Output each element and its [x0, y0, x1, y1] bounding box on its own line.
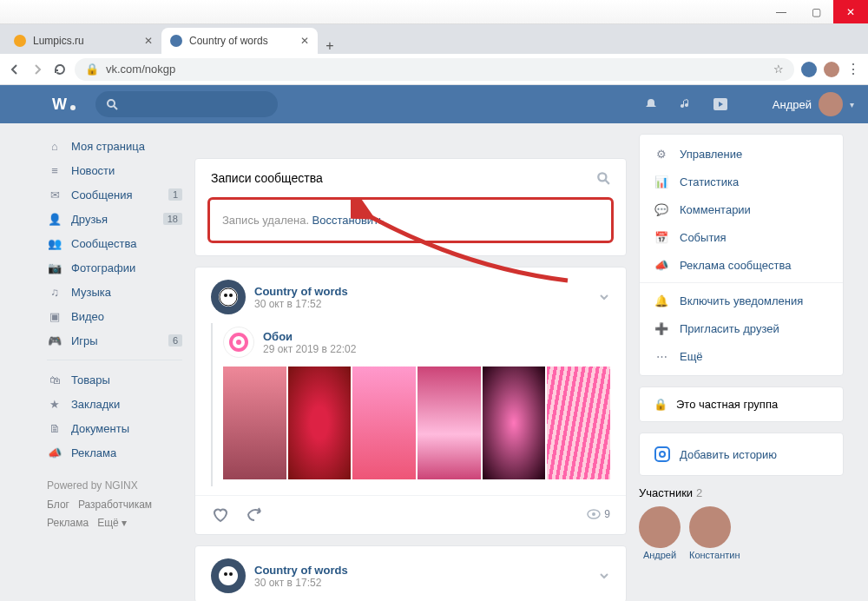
repost-block: Обои 29 окт 2019 в 22:02: [211, 323, 610, 486]
window-maximize[interactable]: ▢: [799, 0, 833, 23]
browser-menu-icon[interactable]: ⋮: [846, 61, 861, 77]
svg-point-17: [229, 572, 233, 576]
svg-point-19: [660, 452, 665, 457]
repost-author[interactable]: Обои: [263, 330, 356, 343]
nav-games[interactable]: 🎮Игры6: [47, 328, 182, 353]
wall-title: Записи сообщества: [211, 171, 323, 185]
menu-more[interactable]: ⋯Ещё: [640, 342, 843, 370]
menu-invite[interactable]: ➕Пригласить друзей: [640, 314, 843, 342]
nav-reload-icon[interactable]: [52, 62, 68, 77]
message-icon: ✉: [47, 188, 62, 201]
restore-link[interactable]: Восстановить: [312, 214, 385, 227]
tab-close-icon[interactable]: ✕: [144, 35, 153, 47]
bookmark-star-icon[interactable]: ☆: [773, 63, 784, 76]
gallery-image[interactable]: [483, 367, 546, 479]
member-avatar[interactable]: [689, 506, 731, 548]
menu-community-ads[interactable]: 📣Реклама сообщества: [640, 251, 843, 279]
footer-ads[interactable]: Реклама: [47, 517, 89, 529]
share-button[interactable]: [246, 505, 265, 524]
post-author[interactable]: Country of words: [254, 285, 348, 298]
nav-my-page[interactable]: ⌂Моя страница: [47, 134, 182, 158]
nav-video[interactable]: ▣Видео: [47, 304, 182, 328]
gallery-image[interactable]: [418, 367, 481, 479]
window-close[interactable]: ✕: [833, 0, 868, 23]
deleted-post-notice: Запись удалена. Восстановить: [207, 197, 614, 243]
svg-point-1: [70, 105, 76, 110]
url-text: vk.com/nokgp: [106, 63, 175, 76]
post-more-icon[interactable]: [598, 291, 610, 303]
nav-communities[interactable]: 👥Сообщества: [47, 231, 182, 255]
menu-comments[interactable]: 💬Комментарии: [640, 195, 843, 223]
friend-icon: 👤: [47, 213, 62, 226]
address-bar[interactable]: 🔒 vk.com/nokgp ☆: [75, 58, 794, 81]
post-card: Country of words 30 окт в 17:52: [194, 545, 627, 601]
repost-avatar[interactable]: [223, 327, 254, 358]
nav-back-icon[interactable]: [7, 62, 23, 77]
megaphone-icon: 📣: [654, 259, 669, 272]
nav-ads[interactable]: 📣Реклама: [47, 440, 182, 465]
member-avatar[interactable]: [639, 506, 681, 548]
extension-icon[interactable]: [801, 62, 817, 77]
member-name[interactable]: Константин: [689, 550, 740, 560]
nav-bookmarks[interactable]: ★Закладки: [47, 392, 182, 416]
nav-music[interactable]: ♫Музыка: [47, 280, 182, 304]
music-icon[interactable]: [675, 97, 696, 111]
notifications-icon[interactable]: [641, 97, 661, 111]
gallery-image[interactable]: [547, 367, 610, 479]
feed-icon: ≡: [47, 164, 62, 177]
menu-stats[interactable]: 📊Статистика: [640, 168, 843, 195]
user-avatar: [819, 92, 843, 116]
tab-close-icon[interactable]: ✕: [300, 35, 309, 47]
star-icon: ★: [47, 398, 62, 411]
group-icon: 👥: [47, 237, 62, 250]
wall-card: Записи сообщества Запись удалена. Восста…: [194, 158, 627, 256]
wall-column: Записи сообщества Запись удалена. Восста…: [194, 134, 627, 601]
nav-market[interactable]: 🛍Товары: [47, 367, 182, 392]
wall-search-icon[interactable]: [596, 171, 610, 185]
vk-user-menu[interactable]: Андрей ▾: [773, 92, 854, 116]
gallery-image[interactable]: [288, 367, 352, 479]
nav-docs[interactable]: 🗎Документы: [47, 416, 182, 440]
community-avatar[interactable]: [211, 280, 246, 314]
post-actions: 9: [195, 495, 626, 534]
badge-count: 18: [163, 213, 182, 225]
video-play-icon[interactable]: [710, 97, 731, 111]
post-more-icon[interactable]: [598, 570, 610, 582]
menu-notify[interactable]: 🔔Включить уведомления: [640, 287, 843, 314]
svg-point-7: [219, 287, 238, 307]
nav-friends[interactable]: 👤Друзья18: [47, 207, 182, 231]
menu-events[interactable]: 📅События: [640, 223, 843, 251]
browser-toolbar: 🔒 vk.com/nokgp ☆ ⋮: [0, 54, 868, 85]
footer-devs[interactable]: Разработчикам: [78, 499, 152, 511]
nav-forward-icon[interactable]: [30, 62, 45, 77]
footer-blog[interactable]: Блог: [47, 499, 69, 511]
vk-search-input[interactable]: [95, 91, 278, 117]
community-avatar[interactable]: [211, 558, 246, 593]
nav-messages[interactable]: ✉Сообщения1: [47, 182, 182, 207]
gallery-image[interactable]: [352, 367, 416, 479]
new-tab-button[interactable]: +: [318, 38, 342, 54]
nav-photos[interactable]: 📷Фотографии: [47, 255, 182, 280]
browser-tab-lumpics[interactable]: Lumpics.ru ✕: [5, 28, 161, 54]
like-button[interactable]: [211, 505, 230, 524]
window-minimize[interactable]: —: [764, 0, 799, 23]
browser-tab-vk[interactable]: Country of words ✕: [161, 28, 318, 54]
nav-news[interactable]: ≡Новости: [47, 158, 182, 182]
footer-more[interactable]: Ещё ▾: [97, 517, 127, 529]
menu-manage[interactable]: ⚙Управление: [640, 140, 843, 168]
svg-point-5: [598, 173, 606, 181]
video-icon: ▣: [47, 310, 62, 323]
profile-icon[interactable]: [824, 62, 839, 77]
powered-by: Powered by NGINX: [47, 477, 182, 496]
members-count: 2: [696, 486, 702, 499]
gallery-image[interactable]: [223, 367, 286, 479]
favicon-vk: [170, 35, 182, 47]
vk-logo[interactable]: W: [52, 96, 78, 113]
add-story-button[interactable]: Добавить историю: [639, 433, 844, 476]
vk-header: W Андрей ▾: [0, 85, 868, 123]
post-author[interactable]: Country of words: [254, 564, 348, 577]
member-name[interactable]: Андрей: [639, 550, 681, 560]
attachments-gallery: [223, 367, 610, 479]
post-card: Country of words 30 окт в 17:52 Обои 29 …: [194, 267, 627, 535]
calendar-icon: 📅: [654, 231, 669, 244]
